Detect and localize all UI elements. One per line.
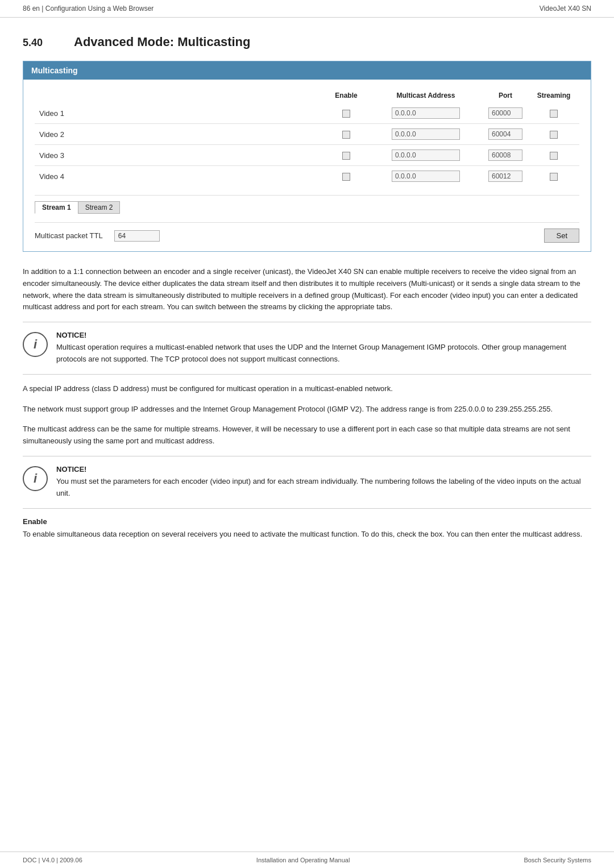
address-input-1[interactable] [392,128,460,140]
checkbox-streaming-2[interactable] [550,152,558,160]
port-input-2[interactable] [488,149,522,161]
checkbox-enable-0[interactable] [342,110,350,118]
ttl-label: Multicast packet TTL [35,231,103,240]
port-cell-3[interactable] [483,166,528,187]
ttl-left: Multicast packet TTL [35,230,160,242]
body-p2-2: The multicast address can be the same fo… [23,423,591,447]
port-cell-2[interactable] [483,145,528,166]
checkbox-streaming-1[interactable] [550,131,558,139]
streaming-checkbox-cell-3[interactable] [528,166,579,187]
section-heading: 5.40 Advanced Mode: Multicasting [23,35,591,49]
footer-right: Bosch Security Systems [524,857,591,863]
section-number: 5.40 [23,37,57,49]
footer: DOC | V4.0 | 2009.06 Installation and Op… [0,852,614,868]
footer-center: Installation and Operating Manual [256,857,350,863]
enable-checkbox-3[interactable] [323,166,369,187]
col-header-port: Port [483,88,528,103]
streaming-checkbox-cell-1[interactable] [528,124,579,145]
enable-checkbox-0[interactable] [323,103,369,124]
stream-tabs-row: Stream 1 Stream 2 [35,195,579,214]
address-input-2[interactable] [392,149,460,161]
table-row: Video 3 [35,145,579,166]
enable-checkbox-2[interactable] [323,145,369,166]
multicasting-panel: Multicasting Enable Multicast Address Po… [23,61,591,252]
body-paragraphs-2: A special IP address (class D address) m… [23,383,591,447]
notice-content-1: NOTICE! Multicast operation requires a m… [56,331,591,366]
footer-left: DOC | V4.0 | 2009.06 [23,857,82,863]
port-cell-0[interactable] [483,103,528,124]
multicast-table: Enable Multicast Address Port Streaming … [35,88,579,186]
ttl-input[interactable] [114,230,160,242]
notice-block-2: i NOTICE! You must set the parameters fo… [23,456,591,509]
table-row: Video 4 [35,166,579,187]
header: 86 en | Configuration Using a Web Browse… [0,0,614,18]
table-row: Video 2 [35,124,579,145]
port-input-3[interactable] [488,171,522,182]
port-input-1[interactable] [488,128,522,140]
checkbox-enable-3[interactable] [342,173,350,181]
port-input-0[interactable] [488,107,522,119]
notice-title-2: NOTICE! [56,465,591,474]
col-header-address: Multicast Address [369,88,483,103]
body-p2-1: The network must support group IP addres… [23,404,591,416]
checkbox-enable-1[interactable] [342,131,350,139]
notice-title-1: NOTICE! [56,331,591,339]
address-cell-1[interactable] [369,124,483,145]
ttl-row: Multicast packet TTL Set [35,222,579,243]
checkbox-enable-2[interactable] [342,152,350,160]
video-label-1: Video 2 [35,124,323,145]
section-title: Advanced Mode: Multicasting [74,35,250,49]
notice-content-2: NOTICE! You must set the parameters for … [56,465,591,500]
address-cell-0[interactable] [369,103,483,124]
address-input-0[interactable] [392,107,460,119]
video-label-2: Video 3 [35,145,323,166]
video-label-3: Video 4 [35,166,323,187]
port-cell-1[interactable] [483,124,528,145]
enable-section: Enable To enable simultaneous data recep… [23,517,591,541]
table-row: Video 1 [35,103,579,124]
info-icon-1: i [23,332,48,357]
enable-text: To enable simultaneous data reception on… [23,529,591,541]
col-header-streaming: Streaming [528,88,579,103]
notice-text-1: Multicast operation requires a multicast… [56,342,591,366]
header-left: 86 en | Configuration Using a Web Browse… [23,5,154,13]
checkbox-streaming-0[interactable] [550,110,558,118]
address-cell-2[interactable] [369,145,483,166]
body-paragraph-1: In addition to a 1:1 connection between … [23,266,591,313]
checkbox-streaming-3[interactable] [550,173,558,181]
notice-block-1: i NOTICE! Multicast operation requires a… [23,322,591,375]
enable-checkbox-1[interactable] [323,124,369,145]
header-right: VideoJet X40 SN [540,5,591,13]
set-button[interactable]: Set [544,229,579,243]
address-input-3[interactable] [392,171,460,182]
streaming-checkbox-cell-2[interactable] [528,145,579,166]
stream-tab-2[interactable]: Stream 2 [78,201,121,214]
address-cell-3[interactable] [369,166,483,187]
body-p2-0: A special IP address (class D address) m… [23,383,591,395]
video-label-0: Video 1 [35,103,323,124]
panel-header: Multicasting [23,61,591,80]
col-header-enable: Enable [323,88,369,103]
stream-tab-1[interactable]: Stream 1 [35,201,78,214]
streaming-checkbox-cell-0[interactable] [528,103,579,124]
notice-text-2: You must set the parameters for each enc… [56,476,591,500]
enable-title: Enable [23,517,591,526]
panel-body: Enable Multicast Address Port Streaming … [23,80,591,251]
info-icon-2: i [23,466,48,491]
